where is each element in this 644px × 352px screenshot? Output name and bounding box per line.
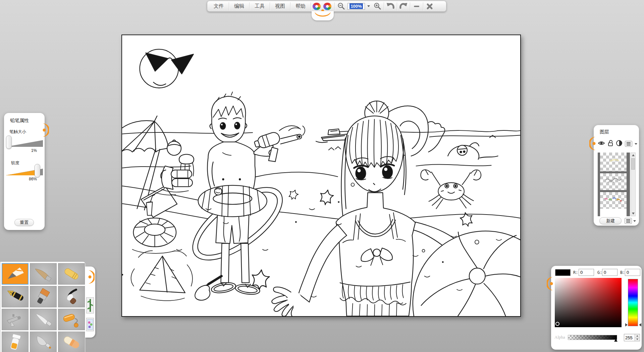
blue-field[interactable]: [625, 269, 640, 276]
layer-item-3[interactable]: [600, 190, 627, 209]
layers-bottom-menu-caret[interactable]: [633, 220, 636, 222]
clown-eye-icon: [323, 3, 331, 10]
redo-button[interactable]: [398, 2, 409, 11]
hue-marker-left[interactable]: [625, 323, 628, 327]
color-panel-handle[interactable]: [547, 276, 554, 291]
crab: [421, 170, 481, 209]
layer-scrollbar[interactable]: [631, 153, 636, 216]
tool-fountain-pen[interactable]: [2, 286, 29, 307]
red-field[interactable]: [579, 269, 594, 276]
tools-palette-handle[interactable]: [87, 269, 95, 285]
tool-palette-knife[interactable]: [30, 309, 57, 330]
tool-stamp[interactable]: [86, 318, 94, 331]
menu-edit[interactable]: 编辑: [230, 1, 249, 11]
tool-blending-stump[interactable]: [30, 263, 57, 285]
pencil-panel-title: 铅笔属性: [10, 118, 29, 124]
layer-visibility-eye-icon[interactable]: [598, 140, 605, 148]
red-label: R:: [573, 270, 578, 275]
zoom-out-button[interactable]: [335, 2, 347, 11]
tool-crayon[interactable]: [58, 263, 85, 285]
toolbar-separator: [270, 2, 270, 10]
menu-file[interactable]: 文件: [209, 1, 228, 11]
tool-ink-brush[interactable]: [58, 286, 85, 307]
saturation-value-square[interactable]: [555, 278, 622, 327]
menu-tools[interactable]: 工具: [250, 1, 269, 11]
layer-menu-icon[interactable]: [625, 141, 632, 147]
brush-size-slider-thumb[interactable]: [6, 135, 12, 149]
layers-panel-title: 图层: [600, 129, 609, 135]
toolbar-separator: [290, 2, 290, 10]
hue-marker-right[interactable]: [639, 323, 641, 327]
reset-button[interactable]: 重置: [14, 219, 34, 226]
brush-tools-palette: [0, 262, 85, 352]
alpha-slider[interactable]: [568, 335, 617, 340]
layer-opacity-icon[interactable]: [616, 140, 623, 148]
current-color-swatch: [555, 269, 571, 276]
sand-pyramid: [131, 251, 193, 301]
layers-panel-handle[interactable]: [589, 136, 597, 151]
pencil-properties-panel: 铅笔属性 笔触大小 1% 软度 86% 重置: [4, 113, 45, 230]
layer-menu-caret[interactable]: [635, 143, 637, 145]
softness-slider-thumb[interactable]: [35, 164, 40, 177]
softness-value: 86%: [23, 177, 37, 181]
alpha-spinner: [624, 334, 640, 341]
toolbar-separator: [311, 2, 311, 10]
tool-airbrush[interactable]: [2, 309, 29, 330]
undo-button[interactable]: [385, 2, 396, 11]
clown-logo-icon: [312, 1, 334, 11]
toolbar-separator: [397, 2, 397, 10]
sv-cursor[interactable]: [555, 322, 559, 326]
zoom-in-button[interactable]: [372, 2, 383, 11]
toolbar-separator: [334, 2, 335, 10]
alpha-spin-up[interactable]: [635, 334, 639, 338]
tool-eraser[interactable]: [58, 332, 85, 352]
drawing-canvas[interactable]: [121, 35, 521, 317]
tool-flat-brush[interactable]: [30, 286, 57, 307]
tool-paint-bottle[interactable]: [2, 332, 29, 352]
scroll-down-arrow[interactable]: [631, 211, 635, 216]
tool-paint-roller[interactable]: [58, 309, 85, 330]
clown-eye-icon: [313, 3, 321, 10]
toolbar-separator: [229, 2, 229, 10]
minimize-button[interactable]: [411, 2, 422, 11]
tool-painting-knife[interactable]: [30, 332, 57, 352]
close-button[interactable]: [424, 2, 435, 11]
toddler-with-floats: [156, 140, 194, 195]
brush-size-label: 笔触大小: [9, 129, 26, 135]
scroll-up-arrow[interactable]: [631, 153, 635, 158]
new-layer-button[interactable]: 新建: [599, 217, 622, 224]
tools-palette-side-strip: [85, 267, 95, 338]
alpha-label: Alpha: [554, 335, 565, 340]
toolbar-separator: [423, 2, 423, 10]
green-label: G:: [597, 270, 602, 275]
menu-view[interactable]: 视图: [271, 1, 289, 11]
hue-bar[interactable]: [628, 279, 638, 326]
beach-scene-artwork: [122, 35, 520, 316]
zoom-level-box[interactable]: 100%: [347, 3, 365, 10]
tool-bamboo-brush[interactable]: [86, 297, 94, 313]
layers-panel: 图层 新建: [594, 125, 639, 226]
scrollbar-thumb[interactable]: [631, 158, 635, 170]
toolbar-separator: [410, 2, 410, 10]
beach-ball: [413, 231, 520, 316]
toolbar-separator: [384, 2, 384, 10]
green-field[interactable]: [602, 269, 618, 276]
layer-item-1[interactable]: [600, 153, 627, 171]
menu-help[interactable]: 帮助: [291, 1, 310, 11]
tool-pencil[interactable]: [2, 263, 29, 285]
beach-mat: [141, 186, 177, 218]
layer-list: [598, 153, 630, 216]
layer-unlock-icon[interactable]: [607, 140, 613, 148]
clown-smile-tab: [312, 11, 334, 20]
zoom-dropdown-caret[interactable]: [367, 5, 370, 7]
swimmer: [448, 143, 498, 160]
zoom-level-value: 100%: [350, 3, 363, 9]
alpha-field[interactable]: [624, 334, 635, 341]
alpha-slider-marker[interactable]: [614, 339, 618, 342]
pencil-panel-handle[interactable]: [42, 122, 49, 138]
alpha-spin-down[interactable]: [635, 338, 639, 341]
layer-item-2[interactable]: [600, 171, 627, 190]
layers-bottom-menu-icon[interactable]: [625, 218, 632, 224]
main-toolbar: 文件 编辑 工具 视图 帮助 100%: [207, 1, 446, 12]
blue-label: B:: [620, 270, 625, 275]
